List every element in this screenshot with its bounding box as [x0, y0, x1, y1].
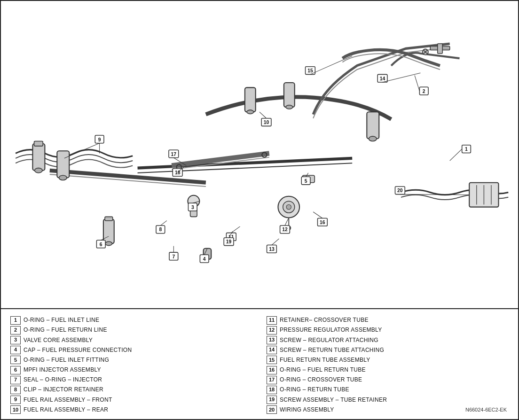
legend-num-9: 9: [10, 396, 21, 404]
svg-rect-35: [438, 44, 442, 54]
legend-item-17: 17 O-RING – CROSSOVER TUBE: [267, 375, 509, 384]
legend-item-10: 10 FUEL RAIL ASSEMBLY – REAR: [10, 405, 252, 414]
legend-item-9: 9 FUEL RAIL ASSEMBLY – FRONT: [10, 396, 252, 404]
legend-num-18: 18: [267, 386, 277, 394]
svg-text:13: 13: [269, 247, 275, 252]
legend-item-20: 20 WIRING ASSEMBLY N66024-6EC2-EK: [267, 405, 509, 414]
svg-text:17: 17: [171, 152, 177, 157]
legend-num-12: 12: [267, 326, 277, 334]
legend-item-14: 14 SCREW – RETURN TUBE ATTACHING: [267, 346, 509, 355]
legend-text-2: O-RING – FUEL RETURN LINE: [24, 326, 107, 334]
legend-item-11: 11 RETAINER– CROSSOVER TUBE: [267, 316, 509, 325]
legend-text-11: RETAINER– CROSSOVER TUBE: [280, 316, 369, 325]
main-container: 1 2 3 4 5 6 7: [0, 0, 519, 420]
svg-point-15: [105, 241, 112, 245]
legend-text-16: O-RING – FUEL RETURN TUBE: [280, 366, 366, 374]
svg-point-31: [247, 110, 254, 114]
legend-item-15: 15 FUEL RETURN TUBE ASSEMBLY: [267, 356, 509, 365]
legend-num-4: 4: [10, 346, 21, 354]
legend-text-14: SCREW – RETURN TUBE ATTACHING: [280, 346, 384, 355]
svg-point-10: [35, 168, 43, 173]
svg-rect-28: [367, 112, 379, 139]
technical-diagram: 1 2 3 4 5 6 7: [1, 1, 518, 308]
legend-num-2: 2: [10, 326, 21, 334]
svg-text:8: 8: [159, 227, 162, 233]
svg-rect-12: [57, 151, 69, 178]
legend-num-19: 19: [267, 396, 277, 404]
svg-point-33: [286, 105, 293, 109]
legend-text-9: FUEL RAIL ASSEMBLY – FRONT: [24, 396, 112, 404]
svg-rect-16: [105, 217, 113, 220]
svg-text:4: 4: [203, 257, 206, 262]
svg-text:3: 3: [191, 205, 194, 210]
svg-text:6: 6: [100, 242, 102, 247]
legend-text-5: O-RING – FUEL INLET FITTING: [24, 356, 109, 365]
svg-text:9: 9: [98, 137, 101, 142]
svg-text:5: 5: [305, 179, 307, 184]
legend-item-4: 4 CAP – FUEL PRESSURE CONNECTION: [10, 346, 252, 355]
legend-text-15: FUEL RETURN TUBE ASSEMBLY: [280, 356, 370, 365]
legend-text-17: O-RING – CROSSOVER TUBE: [280, 375, 362, 384]
svg-point-29: [369, 136, 377, 141]
legend-num-10: 10: [10, 405, 21, 414]
legend-num-14: 14: [267, 346, 277, 354]
svg-point-13: [59, 175, 67, 180]
legend-text-13: SCREW – REGULATOR ATTACHING: [280, 336, 378, 345]
legend-item-3: 3 VALVE CORE ASSEMBLY: [10, 336, 252, 345]
svg-text:2: 2: [423, 89, 425, 94]
legend-item-16: 16 O-RING – FUEL RETURN TUBE: [267, 366, 509, 374]
legend-num-6: 6: [10, 366, 21, 374]
svg-rect-11: [34, 141, 43, 146]
legend-text-10: FUEL RAIL ASSEMBLY – REAR: [24, 405, 108, 414]
legend-text-19: SCREW ASSEMBLY – TUBE RETAINER: [280, 396, 387, 404]
svg-text:14: 14: [380, 76, 385, 81]
legend-text-12: PRESSURE REGULATOR ASSEMBLY: [280, 326, 382, 334]
legend-item-12: 12 PRESSURE REGULATOR ASSEMBLY: [267, 326, 509, 334]
legend-num-16: 16: [267, 366, 277, 374]
legend-num-8: 8: [10, 386, 21, 394]
legend-text-6: MPFI INJECTOR ASSEMBLY: [24, 366, 101, 374]
legend-item-1: 1 O-RING – FUEL INLET LINE: [10, 316, 252, 325]
legend-num-1: 1: [10, 316, 21, 325]
legend-num-13: 13: [267, 336, 277, 344]
legend-num-5: 5: [10, 356, 21, 364]
legend-num-15: 15: [267, 356, 277, 364]
svg-text:1: 1: [465, 147, 468, 152]
legend-num-3: 3: [10, 336, 21, 344]
legend-text-3: VALVE CORE ASSEMBLY: [24, 336, 93, 345]
svg-rect-9: [32, 144, 45, 171]
svg-text:7: 7: [172, 254, 175, 259]
legend-num-20: 20: [267, 405, 277, 414]
legend-item-8: 8 CLIP – INJECTOR RETAINER: [10, 385, 252, 394]
legend-num-17: 17: [267, 376, 277, 384]
legend-item-6: 6 MPFI INJECTOR ASSEMBLY: [10, 366, 252, 374]
legend-text-8: CLIP – INJECTOR RETAINER: [24, 385, 103, 394]
legend-text-7: SEAL – O-RING – INJECTOR: [24, 375, 102, 384]
legend-item-7: 7 SEAL – O-RING – INJECTOR: [10, 375, 252, 384]
legend-item-13: 13 SCREW – REGULATOR ATTACHING: [267, 336, 509, 345]
svg-point-24: [286, 204, 291, 209]
svg-text:20: 20: [397, 188, 403, 193]
legend-grid: 1 O-RING – FUEL INLET LINE 11 RETAINER– …: [10, 316, 509, 414]
legend-area: 1 O-RING – FUEL INLET LINE 11 RETAINER– …: [1, 309, 518, 419]
legend-text-20: WIRING ASSEMBLY: [280, 405, 334, 414]
diagram-area: 1 2 3 4 5 6 7: [1, 1, 518, 309]
legend-item-18: 18 O-RING – RETURN TUBE: [267, 385, 509, 394]
svg-text:10: 10: [264, 120, 269, 125]
legend-item-19: 19 SCREW ASSEMBLY – TUBE RETAINER: [267, 396, 509, 404]
svg-rect-32: [284, 83, 295, 107]
legend-item-5: 5 O-RING – FUEL INLET FITTING: [10, 356, 252, 365]
svg-text:12: 12: [282, 227, 288, 233]
svg-text:19: 19: [226, 239, 232, 244]
svg-text:16: 16: [320, 220, 325, 225]
legend-text-18: O-RING – RETURN TUBE: [280, 385, 349, 394]
svg-text:15: 15: [307, 68, 313, 73]
legend-text-1: O-RING – FUEL INLET LINE: [24, 316, 99, 325]
legend-num-7: 7: [10, 376, 21, 384]
svg-rect-30: [245, 87, 256, 112]
part-code: N66024-6EC2-EK: [465, 406, 509, 414]
legend-num-11: 11: [267, 316, 277, 325]
legend-item-2: 2 O-RING – FUEL RETURN LINE: [10, 326, 252, 334]
legend-text-4: CAP – FUEL PRESSURE CONNECTION: [24, 346, 132, 355]
